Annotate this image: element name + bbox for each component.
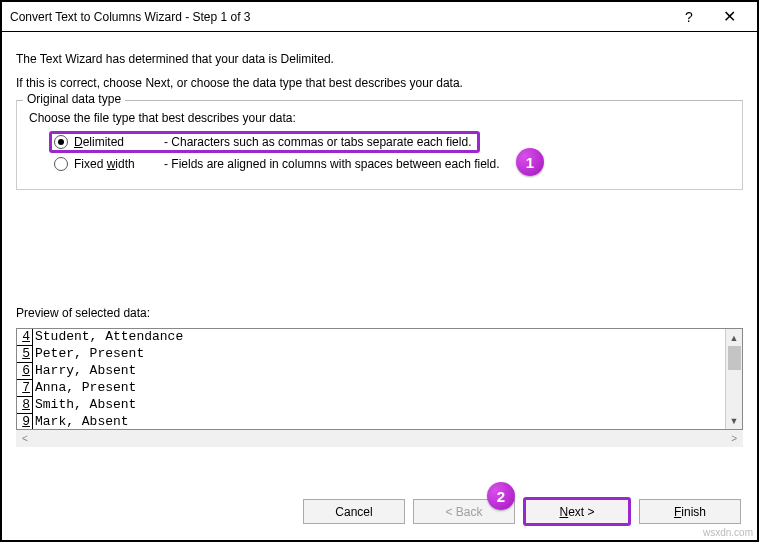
preview-text: Student, Attendance [33,329,183,346]
radio-delimited-label[interactable]: Delimited [74,135,156,149]
preview-box: 4Student, Attendance 5Peter, Present 6Ha… [16,328,743,430]
window-title: Convert Text to Columns Wizard - Step 1 … [10,10,669,24]
preview-row: 9Mark, Absent [17,414,742,430]
watermark: wsxdn.com [703,527,753,538]
original-data-type-group: Original data type Choose the file type … [16,100,743,190]
annotation-badge-2: 2 [487,482,515,510]
help-button[interactable]: ? [669,3,709,31]
preview-text: Harry, Absent [33,363,136,380]
scroll-right-icon[interactable]: > [731,433,737,444]
preview-row: 5Peter, Present [17,346,742,363]
content-area: The Text Wizard has determined that your… [2,32,757,451]
preview-label: Preview of selected data: [16,306,743,320]
intro-text-1: The Text Wizard has determined that your… [16,52,743,66]
radio-row-fixed-width: Fixed width - Fields are aligned in colu… [29,157,730,171]
radio-delimited-desc: - Characters such as commas or tabs sepa… [164,135,471,149]
preview-content: 4Student, Attendance 5Peter, Present 6Ha… [17,329,742,430]
preview-rownum: 5 [17,346,33,363]
cancel-button[interactable]: Cancel [303,499,405,524]
button-row: Cancel < Back Next > Finish [303,497,741,526]
intro-text-2: If this is correct, choose Next, or choo… [16,76,743,90]
scroll-down-icon[interactable]: ▼ [726,412,742,429]
preview-rownum: 4 [17,329,33,346]
next-button[interactable]: Next > [523,497,631,526]
group-legend: Original data type [23,92,125,106]
preview-text: Mark, Absent [33,414,129,430]
preview-row: 8Smith, Absent [17,397,742,414]
choose-file-type-label: Choose the file type that best describes… [29,111,730,125]
wizard-window: Convert Text to Columns Wizard - Step 1 … [0,0,759,542]
finish-button[interactable]: Finish [639,499,741,524]
preview-text: Peter, Present [33,346,144,363]
preview-row: 6Harry, Absent [17,363,742,380]
annotation-badge-1: 1 [516,148,544,176]
scroll-thumb[interactable] [728,346,741,370]
radio-fixed-width[interactable] [54,157,68,171]
preview-text: Anna, Present [33,380,136,397]
radio-row-delimited: Delimited - Characters such as commas or… [29,131,730,153]
scroll-up-icon[interactable]: ▲ [726,329,742,346]
scroll-left-icon[interactable]: < [22,433,28,444]
preview-rownum: 6 [17,363,33,380]
vertical-scrollbar[interactable]: ▲ ▼ [725,329,742,429]
preview-rownum: 7 [17,380,33,397]
preview-row: 7Anna, Present [17,380,742,397]
preview-rownum: 8 [17,397,33,414]
titlebar: Convert Text to Columns Wizard - Step 1 … [2,2,757,32]
radio-fixed-width-desc: - Fields are aligned in columns with spa… [164,157,500,171]
preview-rownum: 9 [17,414,33,430]
delimited-highlight: Delimited - Characters such as commas or… [49,131,480,153]
radio-fixed-width-label[interactable]: Fixed width [74,157,156,171]
preview-text: Smith, Absent [33,397,136,414]
horizontal-scrollbar[interactable]: < > [16,430,743,447]
radio-delimited[interactable] [54,135,68,149]
preview-row: 4Student, Attendance [17,329,742,346]
close-button[interactable]: ✕ [709,3,749,31]
